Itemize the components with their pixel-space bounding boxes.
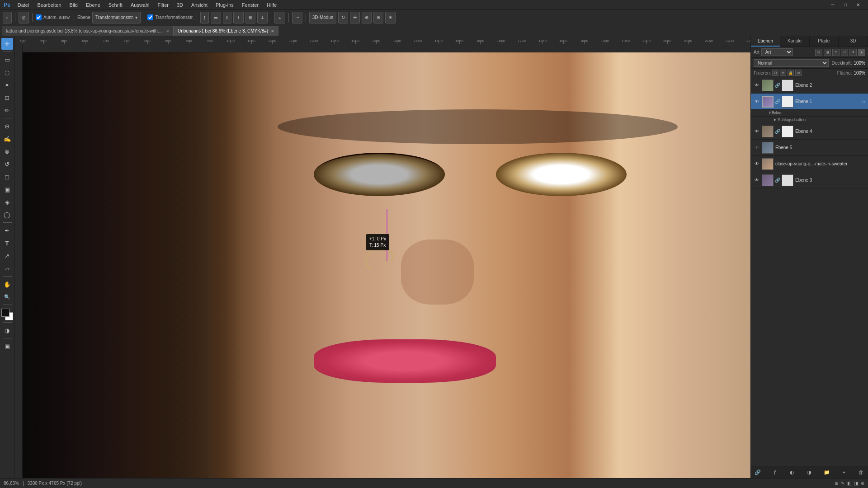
maximize-button[interactable]: □ (839, 0, 852, 10)
filter-shape-icon[interactable]: ▱ (841, 49, 848, 56)
filter-text-icon[interactable]: T (832, 49, 840, 56)
blur-button[interactable]: ◈ (1, 196, 13, 208)
menu-3d[interactable]: 3D (173, 1, 187, 9)
layer-new-button[interactable]: + (840, 468, 848, 476)
layer-item-photo[interactable]: 👁 close-up-young-c...-male-in-sweater (751, 156, 868, 172)
menu-filter[interactable]: Filter (154, 1, 172, 9)
layer-fx-ebene1[interactable]: fx (862, 99, 865, 104)
path-select-button[interactable]: ↗ (1, 250, 13, 262)
canvas-viewport[interactable]: +1: 0 Px T: 15 Px (23, 44, 750, 478)
tool-preset-button[interactable]: ◎ (19, 12, 29, 23)
menu-hilfe[interactable]: Hilfe (263, 1, 280, 9)
lasso-tool-button[interactable]: ◌ (1, 66, 13, 78)
foreground-color-swatch[interactable] (1, 309, 9, 317)
quick-mask-button[interactable]: ◑ (1, 324, 13, 336)
status-icon-4[interactable]: ◨ (854, 481, 858, 486)
layer-vis-ebene4[interactable]: 👁 (754, 128, 760, 135)
status-icon-3[interactable]: ◧ (847, 481, 851, 486)
tab-1[interactable]: tattoo und piercings.psdc bei 13,8% (clo… (2, 26, 174, 36)
quick-select-button[interactable]: ✦ (1, 79, 13, 91)
menu-bearbeiten[interactable]: Bearbeiten (33, 1, 65, 9)
text-tool-button[interactable]: T (1, 237, 13, 249)
filter-toggle-icon[interactable]: ● (858, 49, 865, 56)
align-top-button[interactable]: ⊤ (233, 12, 244, 23)
status-icon-2[interactable]: ✎ (841, 481, 844, 486)
layer-link-button[interactable]: 🔗 (754, 468, 762, 476)
tab-2-close[interactable]: ✕ (271, 29, 274, 33)
shape-tool-button[interactable]: ▱ (1, 263, 13, 274)
layer-mask-button[interactable]: ◐ (788, 468, 796, 476)
layer-adjustment-button[interactable]: ◑ (805, 468, 813, 476)
tab-layers[interactable]: Ebenen (751, 36, 780, 47)
layer-delete-button[interactable]: 🗑 (857, 468, 865, 476)
layer-vis-ebene3[interactable]: 👁 (754, 177, 760, 183)
layer-vis-photo[interactable]: 👁 (754, 161, 760, 167)
eyedropper-button[interactable]: ✏ (1, 104, 13, 116)
autom-checkbox[interactable] (36, 14, 42, 20)
clone-stamp-button[interactable]: ⊗ (1, 145, 13, 157)
align-center-v-button[interactable]: ⊞ (245, 12, 255, 23)
layer-drop-shadow[interactable]: ● Schlagschatten (751, 117, 868, 123)
layer-vis-ebene5[interactable]: 👁 (754, 145, 760, 151)
align-right-button[interactable]: ⫾ (223, 12, 231, 23)
lock-position-button[interactable]: ⊡ (772, 70, 778, 76)
align-bottom-button[interactable]: ⊥ (257, 12, 268, 23)
zoom-3d-button[interactable]: ⊕ (362, 12, 372, 23)
lock-all-button[interactable]: 🔒 (788, 70, 794, 76)
filter-smart-icon[interactable]: ✦ (849, 49, 857, 56)
close-button[interactable]: ✕ (852, 0, 864, 10)
menu-schrift[interactable]: Schrift (105, 1, 126, 9)
menu-ebene[interactable]: Ebene (82, 1, 104, 9)
rotate-3d-button[interactable]: ↻ (338, 12, 348, 23)
pan-3d-button[interactable]: ✛ (350, 12, 360, 23)
menu-ansicht[interactable]: Ansicht (188, 1, 211, 9)
menu-plugins[interactable]: Plug-ins (212, 1, 237, 9)
blend-mode-dropdown[interactable]: Normal (754, 59, 829, 67)
tab-3d[interactable]: 3D (839, 36, 868, 47)
lock-pixel-button[interactable]: ✏ (780, 70, 786, 76)
menu-fenster[interactable]: Fenster (238, 1, 262, 9)
marquee-tool-button[interactable]: ▭ (1, 54, 13, 66)
align-left-button[interactable]: ⫿ (200, 12, 209, 23)
extra-3d-button[interactable]: ⊗ (373, 12, 383, 23)
status-icon-1[interactable]: ⊞ (835, 481, 838, 486)
layer-item-ebene4[interactable]: 👁 🔗 Ebene 4 (751, 123, 868, 140)
status-icon-5[interactable]: ⊕ (861, 481, 864, 486)
menu-datei[interactable]: Datei (14, 1, 33, 9)
filter-adjust-icon[interactable]: ◑ (824, 49, 831, 56)
move-tool-button[interactable]: ✛ (1, 38, 13, 50)
screen-mode-button[interactable]: ▣ (1, 340, 13, 352)
zoom-display[interactable]: 86,63% (4, 481, 19, 486)
more-button[interactable]: ··· (292, 12, 302, 23)
gradient-button[interactable]: ▣ (1, 183, 13, 195)
light-3d-button[interactable]: ☀ (385, 12, 396, 23)
pen-tool-button[interactable]: ✒ (1, 225, 13, 236)
layer-item-ebene2[interactable]: 👁 🔗 Ebene 2 (751, 77, 868, 94)
opacity-value[interactable]: 100% (854, 61, 865, 66)
tab-channels[interactable]: Kanäle (780, 36, 810, 47)
minimize-button[interactable]: ─ (826, 0, 839, 10)
menu-bild[interactable]: Bild (66, 1, 81, 9)
eraser-button[interactable]: ◻ (1, 171, 13, 183)
tab-1-close[interactable]: ✕ (166, 29, 170, 33)
heal-brush-button[interactable]: ⊕ (1, 120, 13, 132)
fill-value[interactable]: 100% (854, 70, 865, 75)
filter-pixel-icon[interactable]: ⊞ (815, 49, 822, 56)
layer-group-button[interactable]: 📁 (823, 468, 831, 476)
align-center-h-button[interactable]: ☰ (211, 12, 221, 23)
fg-bg-color-picker[interactable] (1, 309, 13, 320)
tab-paths[interactable]: Pfade (810, 36, 839, 47)
distribute-button[interactable]: ⫠ (274, 12, 285, 23)
zoom-tool-button[interactable]: 🔍 (1, 291, 13, 303)
layer-item-ebene1[interactable]: 👁 🔗 Ebene 1 fx (751, 94, 868, 110)
menu-auswahl[interactable]: Auswahl (127, 1, 153, 9)
lock-artboard-button[interactable]: ⊗ (795, 70, 802, 76)
3d-mode-button[interactable]: 3D-Modus (309, 12, 336, 23)
home-button[interactable]: ⌂ (3, 12, 12, 23)
layer-item-ebene5[interactable]: 👁 Ebene 5 (751, 140, 868, 156)
transform-dropdown[interactable]: Transformationsstr. ▾ (92, 12, 141, 23)
layer-vis-ebene2[interactable]: 👁 (754, 82, 760, 89)
brush-tool-button[interactable]: ✍ (1, 133, 13, 145)
layer-item-ebene3[interactable]: 👁 🔗 Ebene 3 (751, 172, 868, 188)
tab-2[interactable]: Unbenannt-1 bei 86,6% (Ebene 3, CMYK/8#)… (174, 26, 278, 36)
